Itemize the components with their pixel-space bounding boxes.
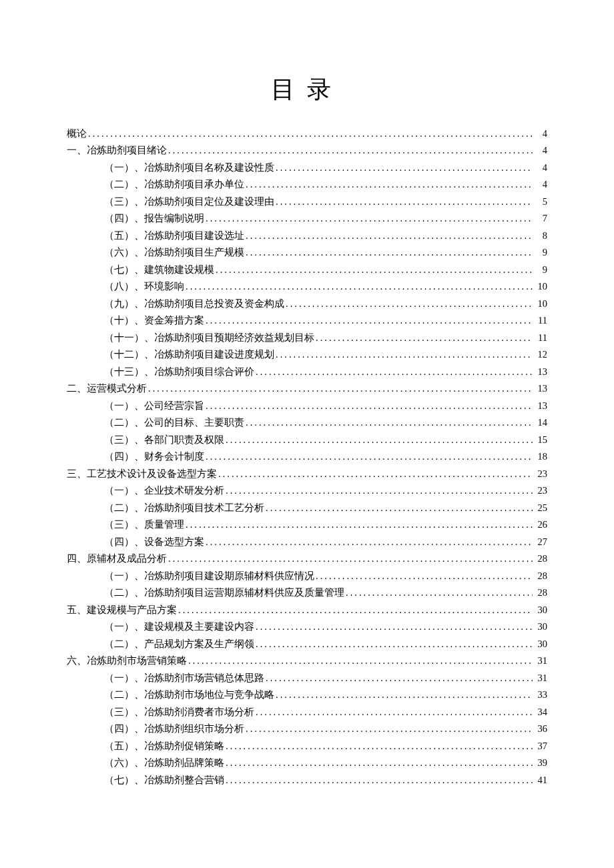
toc-entry[interactable]: （十二）、冶炼助剂项目建设进度规划12 [67, 346, 547, 364]
toc-dot-leader [147, 384, 533, 394]
toc-dot-leader [254, 367, 533, 377]
toc-entry[interactable]: （二）、公司的目标、主要职责14 [67, 414, 547, 432]
toc-entry[interactable]: （一）、公司经营宗旨13 [67, 397, 547, 414]
toc-entry-label: （二）、冶炼助剂项目承办单位 [104, 179, 244, 189]
toc-entry-page: 4 [533, 145, 547, 155]
toc-dot-leader [274, 163, 533, 173]
toc-entry-label: （五）、冶炼助剂项目建设选址 [104, 231, 244, 241]
toc-dot-leader [214, 265, 533, 275]
toc-entry-page: 13 [533, 401, 547, 411]
toc-dot-leader [274, 690, 533, 700]
toc-entry-page: 14 [533, 418, 547, 428]
toc-entry[interactable]: （一）、冶炼助剂市场营销总体思路31 [67, 669, 547, 687]
page-title: 目录 [67, 73, 547, 106]
toc-dot-leader [87, 129, 533, 139]
toc-entry-label: （五）、冶炼助剂促销策略 [104, 741, 224, 751]
toc-dot-leader [254, 639, 533, 649]
toc-entry-label: 六、冶炼助剂市场营销策略 [67, 656, 187, 666]
toc-entry[interactable]: （一）、冶炼助剂项目名称及建设性质4 [67, 159, 547, 176]
toc-entry[interactable]: （四）、设备选型方案27 [67, 533, 547, 550]
toc-entry[interactable]: （四）、报告编制说明7 [67, 210, 547, 228]
toc-entry-page: 10 [533, 299, 547, 309]
toc-dot-leader [224, 775, 533, 785]
toc-entry[interactable]: （十一）、冶炼助剂项目预期经济效益规划目标11 [67, 329, 547, 346]
toc-entry-page: 13 [533, 384, 547, 394]
toc-entry-label: （三）、质量管理 [104, 520, 184, 530]
toc-entry-label: （四）、冶炼助剂组织市场分析 [104, 724, 244, 734]
toc-entry-label: 五、建设规模与产品方案 [67, 605, 177, 615]
toc-entry[interactable]: （四）、冶炼助剂组织市场分析36 [67, 721, 547, 738]
toc-entry-label: （四）、设备选型方案 [104, 537, 204, 547]
toc-entry-page: 12 [533, 350, 547, 360]
toc-entry-page: 30 [533, 605, 547, 615]
toc-dot-leader [244, 248, 533, 258]
toc-entry[interactable]: （三）、冶炼助剂消费者市场分析34 [67, 703, 547, 721]
toc-entry-page: 4 [533, 163, 547, 173]
toc-entry[interactable]: （二）、冶炼助剂项目技术工艺分析25 [67, 499, 547, 516]
toc-entry[interactable]: （五）、冶炼助剂促销策略37 [67, 737, 547, 755]
toc-entry[interactable]: （二）、冶炼助剂项目运营期原辅材料供应及质量管理28 [67, 584, 547, 602]
toc-entry-page: 30 [533, 622, 547, 632]
toc-entry-label: （一）、冶炼助剂项目建设期原辅材料供应情况 [104, 571, 314, 581]
toc-dot-leader [254, 622, 533, 632]
toc-dot-leader [244, 724, 533, 734]
toc-entry[interactable]: （七）、冶炼助剂整合营销41 [67, 771, 547, 789]
toc-entry[interactable]: （一）、冶炼助剂项目建设期原辅材料供应情况28 [67, 567, 547, 584]
toc-dot-leader [224, 486, 533, 496]
toc-entry-label: （十二）、冶炼助剂项目建设进度规划 [104, 350, 274, 360]
toc-entry[interactable]: 六、冶炼助剂市场营销策略31 [67, 653, 547, 670]
toc-entry-page: 25 [533, 503, 547, 513]
toc-entry[interactable]: 一、冶炼助剂项目绪论4 [67, 142, 547, 159]
toc-dot-leader [264, 503, 533, 513]
toc-dot-leader [204, 452, 533, 462]
toc-entry-label: 一、冶炼助剂项目绪论 [67, 145, 167, 155]
toc-entry[interactable]: 概论4 [67, 125, 547, 142]
toc-entry-label: （八）、环境影响 [104, 282, 184, 292]
toc-entry-page: 28 [533, 554, 547, 564]
toc-entry-label: 四、原辅材及成品分析 [67, 554, 167, 564]
toc-entry-page: 13 [533, 367, 547, 377]
toc-entry[interactable]: （八）、环境影响10 [67, 278, 547, 296]
toc-entry[interactable]: （三）、质量管理26 [67, 516, 547, 534]
toc-entry-page: 4 [533, 179, 547, 189]
toc-dot-leader [244, 179, 533, 189]
toc-dot-leader [224, 758, 533, 768]
toc-entry[interactable]: （二）、产品规划方案及生产纲领30 [67, 635, 547, 653]
toc-entry[interactable]: （九）、冶炼助剂项目总投资及资金构成10 [67, 295, 547, 312]
table-of-contents: 概论4一、冶炼助剂项目绪论4（一）、冶炼助剂项目名称及建设性质4（二）、冶炼助剂… [67, 125, 547, 789]
toc-entry[interactable]: （四）、财务会计制度18 [67, 448, 547, 466]
toc-entry-page: 30 [533, 639, 547, 649]
toc-entry[interactable]: 四、原辅材及成品分析28 [67, 550, 547, 568]
toc-entry[interactable]: （五）、冶炼助剂项目建设选址8 [67, 227, 547, 244]
toc-dot-leader [217, 469, 533, 479]
toc-entry-page: 34 [533, 707, 547, 717]
toc-entry[interactable]: （七）、建筑物建设规模9 [67, 261, 547, 278]
toc-entry-page: 8 [533, 231, 547, 241]
toc-entry[interactable]: 三、工艺技术设计及设备选型方案23 [67, 465, 547, 482]
toc-entry-page: 27 [533, 537, 547, 547]
toc-entry[interactable]: （三）、各部门职责及权限15 [67, 431, 547, 448]
toc-entry[interactable]: （二）、冶炼助剂项目承办单位4 [67, 176, 547, 193]
toc-entry[interactable]: （十）、资金筹措方案11 [67, 312, 547, 330]
toc-entry-label: （一）、冶炼助剂市场营销总体思路 [104, 673, 264, 683]
toc-dot-leader [224, 741, 533, 751]
toc-entry-label: （十）、资金筹措方案 [104, 316, 204, 326]
toc-entry-page: 31 [533, 656, 547, 666]
toc-entry[interactable]: （三）、冶炼助剂项目定位及建设理由5 [67, 193, 547, 210]
toc-entry[interactable]: （一）、建设规模及主要建设内容30 [67, 618, 547, 636]
toc-entry[interactable]: （六）、冶炼助剂品牌策略39 [67, 755, 547, 772]
toc-entry-label: （一）、企业技术研发分析 [104, 486, 224, 496]
toc-entry-label: （一）、建设规模及主要建设内容 [104, 622, 254, 632]
toc-entry[interactable]: （一）、企业技术研发分析23 [67, 482, 547, 500]
toc-entry[interactable]: 二、运营模式分析13 [67, 380, 547, 398]
toc-entry-label: （三）、各部门职责及权限 [104, 435, 224, 445]
toc-entry-label: （三）、冶炼助剂项目定位及建设理由 [104, 197, 274, 207]
toc-dot-leader [177, 605, 533, 615]
toc-entry[interactable]: （二）、冶炼助剂市场地位与竞争战略33 [67, 687, 547, 704]
toc-dot-leader [344, 588, 533, 598]
toc-entry[interactable]: （六）、冶炼助剂项目生产规模9 [67, 244, 547, 262]
toc-dot-leader [224, 435, 533, 445]
toc-entry[interactable]: （十三）、冶炼助剂项目综合评价13 [67, 363, 547, 380]
toc-dot-leader [167, 145, 533, 155]
toc-entry[interactable]: 五、建设规模与产品方案30 [67, 601, 547, 618]
